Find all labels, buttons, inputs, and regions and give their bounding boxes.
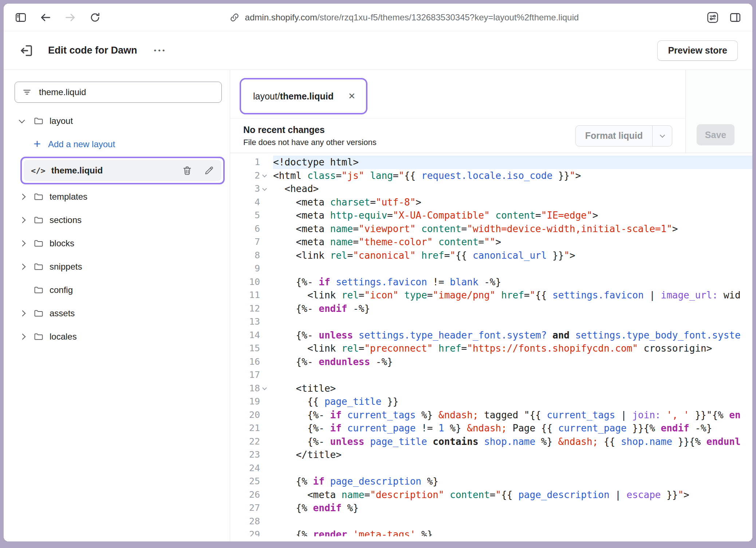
code-text (273, 368, 752, 382)
code-line-11[interactable]: 11 <link rel="icon" type="image/png" hre… (230, 289, 752, 302)
fold-chevron-icon[interactable] (260, 182, 273, 196)
code-line-15[interactable]: 15 <link rel="preconnect" href="https://… (230, 342, 752, 355)
exit-editor-button[interactable] (18, 42, 35, 59)
code-line-22[interactable]: 22 {%- unless page_title contains shop.n… (230, 435, 752, 449)
code-line-23[interactable]: 23 </title> (230, 448, 752, 462)
code-line-27[interactable]: 27 {% endif %} (230, 501, 752, 515)
fold-slot (260, 395, 273, 408)
code-text: {% if page_description %} (273, 475, 752, 488)
tab-layout-theme-liquid[interactable]: layout/theme.liquid ✕ (243, 81, 364, 111)
sidebar-folder-snippets[interactable]: snippets (4, 255, 230, 278)
content-area: layout+Add a new layout</>theme.liquidte… (4, 70, 752, 541)
more-menu-icon[interactable]: ••• (153, 44, 168, 57)
fold-slot (260, 315, 273, 329)
sidebar-folder-sections[interactable]: sections (4, 208, 230, 232)
code-line-12[interactable]: 12 {%- endif -%} (230, 302, 752, 316)
pencil-icon (204, 165, 214, 176)
code-text: {%- endunless -%} (273, 355, 752, 369)
sidebar-folder-locales[interactable]: locales (4, 325, 230, 348)
code-line-24[interactable]: 24 (230, 462, 752, 475)
code-line-18[interactable]: 18 <title> (230, 382, 752, 395)
reload-icon[interactable] (88, 11, 102, 24)
code-editor[interactable]: 1<!doctype html>2<html class="js" lang="… (230, 153, 752, 536)
sidebar-add-layout-button[interactable]: +Add a new layout (4, 133, 230, 156)
chevron-right-icon[interactable] (20, 265, 34, 269)
status-title: No recent changes (243, 125, 377, 135)
rename-file-button[interactable] (201, 163, 217, 179)
code-line-16[interactable]: 16 {%- endunless -%} (230, 355, 752, 369)
code-line-1[interactable]: 1<!doctype html> (230, 156, 752, 169)
code-line-6[interactable]: 6 <meta name="viewport" content="width=d… (230, 222, 752, 236)
sidebar-file-theme-liquid[interactable]: </>theme.liquid (24, 160, 221, 181)
fold-chevron-icon[interactable] (260, 382, 273, 395)
chevron-right-icon[interactable] (20, 334, 34, 339)
file-filter-input[interactable] (38, 87, 214, 98)
fold-slot (260, 422, 273, 435)
forward-icon[interactable] (63, 11, 77, 24)
tab-close-icon[interactable]: ✕ (344, 90, 359, 103)
chevron-down-icon[interactable] (20, 120, 34, 122)
code-line-25[interactable]: 25 {% if page_description %} (230, 475, 752, 488)
url-path: /store/rzq1xu-f5/themes/132683530345?key… (317, 12, 579, 22)
sidebar-folder-config[interactable]: config (4, 278, 230, 302)
sidebar-folder-templates[interactable]: templates (4, 185, 230, 208)
code-text: {%- if current_tags %} &ndash; tagged "{… (273, 408, 752, 422)
fold-slot (260, 368, 273, 382)
folder-label: layout (50, 116, 73, 126)
code-line-19[interactable]: 19 {{ page_title }} (230, 395, 752, 408)
fold-slot (260, 156, 273, 169)
url-bar[interactable]: admin.shopify.com/store/rzq1xu-f5/themes… (102, 12, 706, 23)
plus-icon: + (34, 137, 48, 150)
line-number: 5 (230, 209, 260, 222)
chevron-right-icon[interactable] (20, 195, 34, 199)
folder-label: sections (50, 215, 82, 225)
chevron-right-icon[interactable] (20, 311, 34, 316)
back-icon[interactable] (39, 11, 52, 24)
line-number: 3 (230, 182, 260, 196)
line-number: 6 (230, 222, 260, 236)
line-number: 8 (230, 249, 260, 262)
line-number: 16 (230, 355, 260, 369)
delete-file-button[interactable] (179, 163, 195, 179)
fold-slot (260, 462, 273, 475)
trash-icon (182, 165, 193, 176)
code-line-3[interactable]: 3 <head> (230, 182, 752, 196)
code-line-21[interactable]: 21 {%- if current_page != 1 %} &ndash; P… (230, 422, 752, 435)
code-line-9[interactable]: 9 (230, 262, 752, 275)
save-button[interactable]: Save (697, 124, 735, 145)
sidebar-folder-assets[interactable]: assets (4, 302, 230, 325)
fold-slot (260, 209, 273, 222)
sidebar-folder-blocks[interactable]: blocks (4, 232, 230, 255)
line-number: 26 (230, 488, 260, 502)
code-line-20[interactable]: 20 {%- if current_tags %} &ndash; tagged… (230, 408, 752, 422)
code-text: {%- if settings.favicon != blank -%} (273, 275, 752, 289)
code-line-17[interactable]: 17 (230, 368, 752, 382)
code-line-4[interactable]: 4 <meta charset="utf-8"> (230, 196, 752, 209)
code-line-7[interactable]: 7 <meta name="theme-color" content=""> (230, 235, 752, 249)
code-line-13[interactable]: 13 (230, 315, 752, 329)
browser-customize-icon[interactable] (706, 11, 720, 24)
folder-label: locales (50, 332, 77, 342)
code-line-14[interactable]: 14 {%- unless settings.type_header_font.… (230, 329, 752, 342)
browser-panel-right-icon[interactable] (728, 11, 742, 24)
line-number: 15 (230, 342, 260, 355)
file-filter-field[interactable] (15, 82, 222, 103)
chevron-right-icon[interactable] (20, 241, 34, 246)
chevron-right-icon[interactable] (20, 218, 34, 222)
code-line-26[interactable]: 26 <meta name="description" content="{{ … (230, 488, 752, 502)
preview-store-button[interactable]: Preview store (657, 40, 738, 61)
code-line-2[interactable]: 2<html class="js" lang="{{ request.local… (230, 169, 752, 183)
sidebar-folder-layout[interactable]: layout (4, 109, 230, 133)
fold-chevron-icon[interactable] (260, 169, 273, 183)
format-liquid-button[interactable]: Format liquid (575, 125, 672, 146)
format-dropdown-caret-icon[interactable] (652, 126, 672, 146)
code-line-10[interactable]: 10 {%- if settings.favicon != blank -%} (230, 275, 752, 289)
code-text: {% render 'meta-tags' %} (273, 528, 752, 536)
code-line-29[interactable]: 29 {% render 'meta-tags' %} (230, 528, 752, 536)
code-text: </title> (273, 448, 752, 462)
code-text: <title> (273, 382, 752, 395)
code-line-28[interactable]: 28 (230, 515, 752, 528)
code-line-5[interactable]: 5 <meta http-equiv="X-UA-Compatible" con… (230, 209, 752, 222)
browser-sidebar-toggle-icon[interactable] (14, 11, 28, 24)
code-line-8[interactable]: 8 <link rel="canonical" href="{{ canonic… (230, 249, 752, 262)
